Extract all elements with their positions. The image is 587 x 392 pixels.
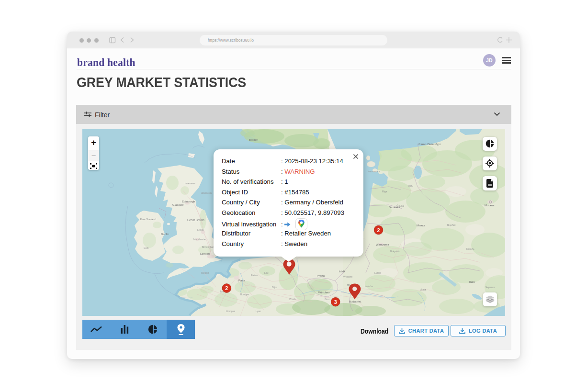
svg-text:2: 2 <box>225 285 228 291</box>
svg-text:3: 3 <box>334 299 337 305</box>
svg-text:2: 2 <box>377 227 380 233</box>
